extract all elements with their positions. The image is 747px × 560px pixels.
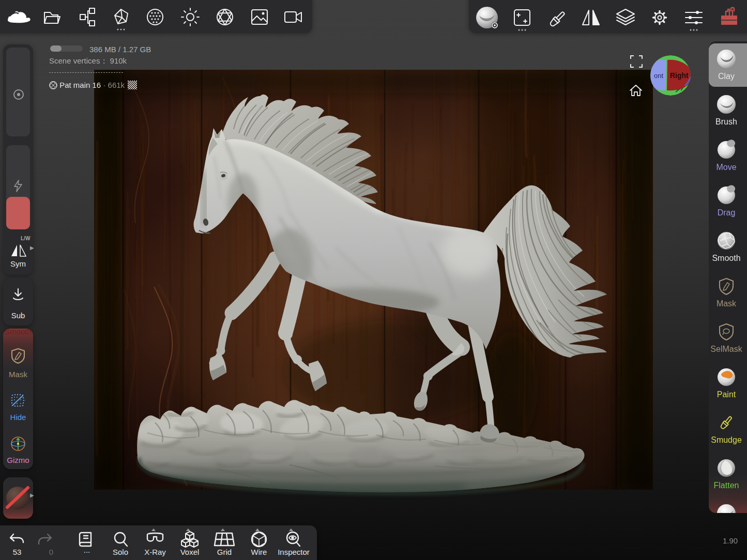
svg-text:ont: ont xyxy=(654,72,663,80)
svg-text:Right: Right xyxy=(670,71,689,80)
